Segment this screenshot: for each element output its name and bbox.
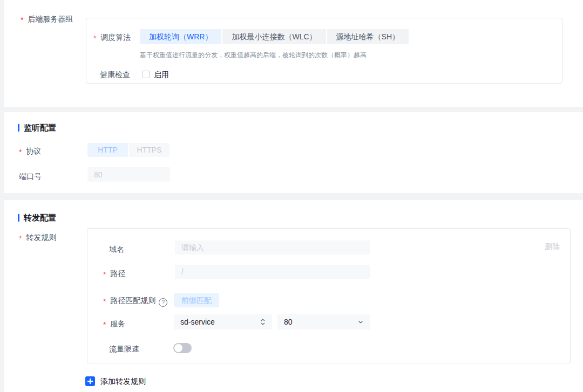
forwarding-section-header: 转发配置 — [18, 212, 56, 223]
backend-group-label-text: 后端服务器组 — [28, 15, 73, 23]
load-balancer-config-page: 后端服务器组 调度算法 加权轮询（WRR） 加权最小连接数（WLC） 源地址哈希… — [0, 0, 583, 392]
delete-rule-link[interactable]: 删除 — [545, 241, 560, 252]
section-bar-icon — [18, 214, 19, 222]
prefix-match-button[interactable]: 前缀匹配 — [174, 293, 219, 307]
forwarding-rule-box: 删除 域名 路径 路径匹配规则 前缀匹配 服务 sd-service — [87, 228, 571, 363]
help-icon[interactable] — [159, 298, 167, 307]
domain-input[interactable] — [175, 240, 370, 255]
path-match-label: 路径匹配规则 — [103, 295, 167, 307]
path-input[interactable] — [175, 265, 370, 279]
domain-label: 域名 — [109, 244, 124, 255]
rate-limit-toggle[interactable] — [173, 343, 192, 353]
scheduling-box: 调度算法 加权轮询（WRR） 加权最小连接数（WLC） 源地址哈希（SH） 基于… — [86, 18, 562, 84]
service-port-value: 80 — [284, 318, 293, 326]
protocol-https-button[interactable]: HTTPS — [129, 143, 170, 157]
tab-sh[interactable]: 源地址哈希（SH） — [327, 29, 409, 44]
listener-section-header: 监听配置 — [18, 122, 56, 133]
add-forwarding-rule-button[interactable]: 添加转发规则 — [85, 376, 146, 387]
scheduling-algorithm-label: 调度算法 — [93, 32, 131, 43]
health-check-label: 健康检查 — [100, 69, 130, 80]
forwarding-rules-label: 转发规则 — [19, 232, 56, 243]
health-check-enable[interactable]: 启用 — [142, 69, 169, 80]
path-label-text: 路径 — [110, 269, 125, 278]
service-name-value: sd-service — [180, 318, 215, 326]
protocol-label: 协议 — [19, 146, 41, 156]
service-label: 服务 — [103, 318, 125, 329]
scheduling-description: 基于权重值进行流量的分发，权重值越高的后端，被轮询到的次数（概率）越高 — [140, 50, 367, 60]
forwarding-config-card: 转发配置 转发规则 删除 域名 路径 路径匹配规则 前缀匹配 服务 — [4, 200, 583, 392]
path-label: 路径 — [103, 268, 125, 279]
protocol-http-button[interactable]: HTTP — [87, 143, 128, 157]
toggle-knob — [174, 344, 182, 352]
protocol-options: HTTP HTTPS — [87, 143, 170, 157]
tab-wrr[interactable]: 加权轮询（WRR） — [140, 29, 221, 44]
section-bar-icon — [18, 124, 19, 132]
scheduling-algorithm-label-text: 调度算法 — [100, 33, 131, 42]
chevron-down-icon — [357, 319, 364, 325]
backend-server-group-card: 后端服务器组 调度算法 加权轮询（WRR） 加权最小连接数（WLC） 源地址哈希… — [4, 0, 583, 107]
plus-icon — [85, 376, 95, 386]
backend-group-label: 后端服务器组 — [21, 13, 73, 24]
path-match-label-text: 路径匹配规则 — [110, 296, 155, 305]
spinner-updown-icon — [260, 318, 266, 326]
health-check-checkbox[interactable] — [142, 71, 150, 78]
health-check-checkbox-label: 启用 — [154, 69, 169, 80]
forwarding-section-title: 转发配置 — [24, 212, 56, 223]
service-port-select[interactable]: 80 — [277, 314, 370, 329]
service-name-select[interactable]: sd-service — [174, 314, 272, 329]
rate-limit-label: 流量限速 — [109, 343, 139, 354]
scheduling-algorithm-tabs: 加权轮询（WRR） 加权最小连接数（WLC） 源地址哈希（SH） — [140, 29, 409, 44]
port-label: 端口号 — [19, 171, 42, 182]
protocol-label-text: 协议 — [26, 147, 41, 155]
tab-wlc[interactable]: 加权最小连接数（WLC） — [222, 29, 326, 44]
port-input[interactable] — [87, 167, 170, 182]
forwarding-rules-label-text: 转发规则 — [26, 233, 56, 242]
add-forwarding-rule-label: 添加转发规则 — [100, 376, 146, 387]
service-label-text: 服务 — [110, 319, 125, 328]
listener-config-card: 监听配置 协议 HTTP HTTPS 端口号 — [4, 112, 583, 193]
listener-section-title: 监听配置 — [24, 122, 56, 133]
